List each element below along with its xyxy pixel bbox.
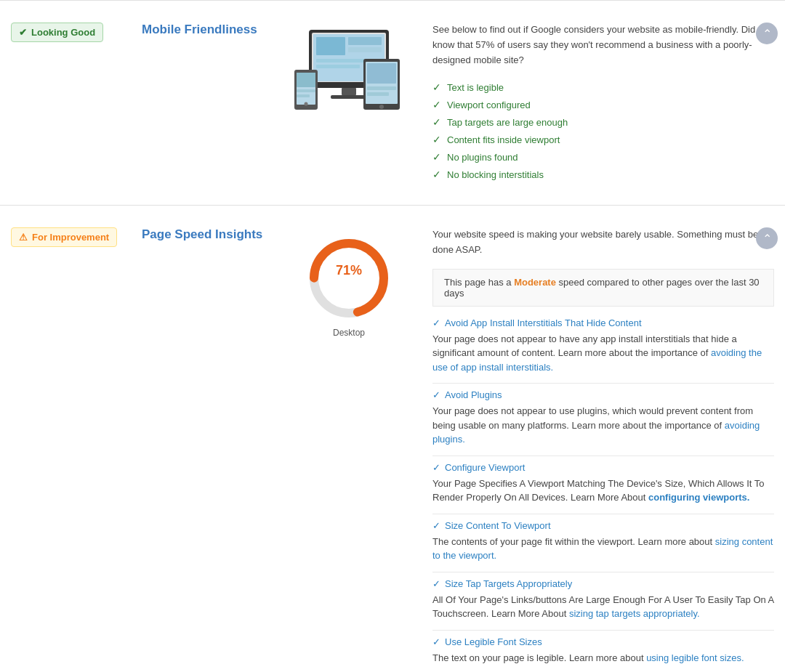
check-small-icon-0: ✓ <box>432 317 440 328</box>
mobile-status-badge: ✔ Looking Good <box>11 23 103 42</box>
check-circle-icon: ✔ <box>19 27 27 38</box>
svg-rect-12 <box>367 63 396 84</box>
speed-item-5: ✓ Use Legible Font Sizes The text on you… <box>432 636 774 665</box>
mobile-visual-col <box>276 15 422 190</box>
speed-summary-prefix: This page has a <box>444 277 514 288</box>
svg-rect-5 <box>348 47 382 52</box>
speed-item-3: ✓ Size Content To Viewport The contents … <box>432 520 774 563</box>
mobile-title-col: Mobile Friendliness <box>131 15 276 190</box>
svg-text:71%: 71% <box>336 263 362 278</box>
speed-item-4-link[interactable]: sizing tap targets appropriately. <box>569 608 700 619</box>
speed-item-4-body: All Of Your Page's Links/buttons Are Lar… <box>432 593 774 621</box>
speed-item-5-title: ✓ Use Legible Font Sizes <box>432 636 774 647</box>
list-item: ✓ Viewport configured <box>432 96 774 113</box>
check-icon-3: ✓ <box>432 116 441 128</box>
separator-1 <box>432 456 774 456</box>
speed-section-title: Page Speed Insights <box>142 227 262 241</box>
check-icon-2: ✓ <box>432 99 441 110</box>
speed-item-5-body: The text on your page is legible. Learn … <box>432 651 774 665</box>
svg-rect-20 <box>297 94 310 97</box>
mobile-toggle-button[interactable]: ⌃ <box>756 23 778 44</box>
speed-item-0-title: ✓ Avoid App Install Interstitials That H… <box>432 317 774 328</box>
speed-item-2-link-text: configuring viewports. <box>648 492 749 503</box>
speed-toggle-button[interactable]: ⌃ <box>756 227 778 249</box>
check-small-icon-3: ✓ <box>432 520 440 531</box>
speed-status-label: For Improvement <box>32 232 109 243</box>
speed-item-3-title-text: Size Content To Viewport <box>445 520 551 531</box>
speed-item-0: ✓ Avoid App Install Interstitials That H… <box>432 317 774 375</box>
svg-rect-8 <box>342 88 356 95</box>
speed-item-1-body: Your page does not appear to use plugins… <box>432 404 774 447</box>
svg-rect-3 <box>316 37 345 55</box>
svg-rect-18 <box>297 73 315 87</box>
svg-rect-9 <box>331 95 367 99</box>
svg-point-21 <box>305 102 308 106</box>
check-icon-4: ✓ <box>432 134 441 145</box>
list-item: ✓ No blocking interstitials <box>432 166 774 183</box>
mobile-content-col: ⌃ See below to find out if Google consid… <box>422 15 785 190</box>
speed-item-3-body: The contents of your page fit within the… <box>432 535 774 563</box>
separator-2 <box>432 514 774 514</box>
list-item: ✓ No plugins found <box>432 148 774 166</box>
speed-content-col: ⌃ Your website speed is making your webs… <box>422 220 785 672</box>
svg-point-15 <box>379 105 384 109</box>
speed-title-col: Page Speed Insights <box>131 220 276 672</box>
speed-item-3-title: ✓ Size Content To Viewport <box>432 520 774 531</box>
mobile-section: ✔ Looking Good Mobile Friendliness <box>0 0 785 205</box>
speed-item-0-title-text: Avoid App Install Interstitials That Hid… <box>445 317 642 328</box>
list-item: ✓ Content fits inside viewport <box>432 131 774 148</box>
list-item: ✓ Tap targets are large enough <box>432 113 774 131</box>
speed-section: ⚠ For Improvement Page Speed Insights 71… <box>0 205 785 672</box>
speed-status-col: ⚠ For Improvement <box>0 220 131 672</box>
donut-container: 71% Desktop <box>305 235 392 338</box>
speed-item-1: ✓ Avoid Plugins Your page does not appea… <box>432 389 774 447</box>
check-icon-1: ✓ <box>432 81 441 93</box>
mobile-section-title: Mobile Friendliness <box>142 23 257 36</box>
speed-item-5-link[interactable]: using legible font sizes. <box>646 652 744 663</box>
speed-item-4-title-text: Size Tap Targets Appropriately <box>445 578 572 589</box>
speed-visual-col: 71% Desktop <box>276 220 422 672</box>
donut-label: Desktop <box>333 328 365 338</box>
separator-4 <box>432 630 774 631</box>
checklist-item-3: Tap targets are large enough <box>447 117 568 128</box>
speed-description: Your website speed is making your websit… <box>432 227 774 258</box>
speed-item-0-body: Your page does not appear to have any ap… <box>432 332 774 375</box>
devices-illustration <box>287 23 411 124</box>
mobile-description: See below to find out if Google consider… <box>432 23 774 68</box>
separator-3 <box>432 572 774 572</box>
check-small-icon-4: ✓ <box>432 578 440 589</box>
mobile-status-col: ✔ Looking Good <box>0 15 131 190</box>
svg-rect-19 <box>297 89 315 92</box>
speed-item-2: ✓ Configure Viewport Your Page Specifies… <box>432 462 774 505</box>
mobile-status-label: Looking Good <box>31 27 95 38</box>
warning-icon: ⚠ <box>19 232 28 243</box>
checklist-item-4: Content fits inside viewport <box>447 134 560 145</box>
list-item: ✓ Text is legible <box>432 78 774 96</box>
checklist-item-5: No plugins found <box>447 152 518 163</box>
check-small-icon-2: ✓ <box>432 462 440 473</box>
speed-item-1-title-text: Avoid Plugins <box>445 389 502 400</box>
donut-chart: 71% <box>305 235 392 322</box>
svg-rect-4 <box>348 37 382 45</box>
separator-0 <box>432 383 774 384</box>
svg-rect-14 <box>367 92 389 96</box>
checklist-item-1: Text is legible <box>447 82 504 93</box>
check-icon-5: ✓ <box>432 151 441 163</box>
check-small-icon-1: ✓ <box>432 389 440 400</box>
speed-item-4: ✓ Size Tap Targets Appropriately All Of … <box>432 578 774 621</box>
speed-item-2-body: Your Page Specifies A Viewport Matching … <box>432 477 774 505</box>
svg-rect-13 <box>367 86 396 90</box>
speed-item-2-title-text: Configure Viewport <box>445 462 525 473</box>
speed-summary-moderate: Moderate <box>514 277 556 288</box>
speed-item-5-title-text: Use Legible Font Sizes <box>445 636 542 647</box>
check-small-icon-5: ✓ <box>432 636 440 647</box>
checklist-item-2: Viewport configured <box>447 100 531 110</box>
speed-item-4-title: ✓ Size Tap Targets Appropriately <box>432 578 774 589</box>
speed-status-badge: ⚠ For Improvement <box>11 227 117 247</box>
mobile-checklist: ✓ Text is legible ✓ Viewport configured … <box>432 78 774 183</box>
speed-item-2-link[interactable]: configuring viewports. <box>648 492 749 503</box>
checklist-item-6: No blocking interstitials <box>447 169 544 180</box>
check-icon-6: ✓ <box>432 169 441 180</box>
svg-rect-7 <box>316 65 360 68</box>
speed-item-2-title: ✓ Configure Viewport <box>432 462 774 473</box>
